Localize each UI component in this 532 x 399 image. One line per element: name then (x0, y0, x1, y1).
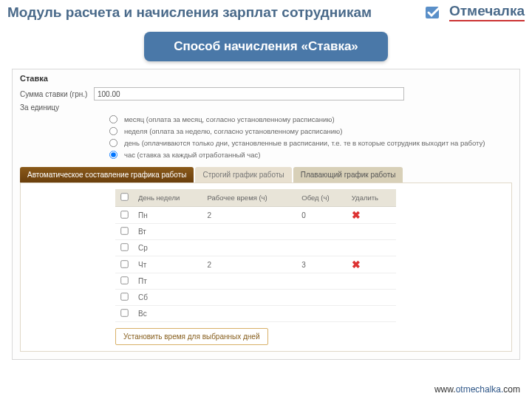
table-row: Чт23✖ (115, 256, 396, 273)
period-option-month[interactable]: месяц (оплата за месяц, согласно установ… (109, 115, 512, 124)
cell-work (203, 240, 298, 256)
table-row: Ср (115, 240, 396, 256)
check-all[interactable] (120, 193, 128, 200)
radio-month[interactable] (109, 115, 117, 123)
row-check[interactable] (120, 211, 128, 218)
table-row: Пт (115, 273, 396, 290)
cell-del: ✖ (347, 207, 396, 224)
period-option-hour[interactable]: час (ставка за каждый отработанный час) (109, 150, 512, 160)
tab-auto[interactable]: Автоматическое составление графика работ… (20, 167, 194, 183)
cell-day: Пн (134, 207, 203, 224)
period-label: За единицу (20, 103, 94, 112)
radio-week[interactable] (109, 127, 117, 135)
footer-prefix: www. (434, 384, 456, 395)
cell-del (347, 240, 396, 256)
row-check[interactable] (120, 276, 128, 284)
cell-lunch (297, 273, 347, 290)
subtitle-container: Способ начисления «Ставка» (0, 32, 532, 61)
period-text-hour: час (ставка за каждый отработанный час) (124, 151, 260, 159)
th-lunch: Обед (ч) (297, 189, 347, 207)
delete-icon[interactable]: ✖ (352, 209, 361, 221)
period-text-day: день (оплачиваются только дни, установле… (124, 139, 485, 147)
cell-lunch (297, 306, 347, 322)
cell-work (203, 224, 298, 240)
amount-row: Сумма ставки (грн.) (20, 87, 512, 100)
rate-panel: Ставка Сумма ставки (грн.) За единицу ме… (12, 69, 520, 360)
cell-lunch: 3 (297, 256, 347, 273)
schedule-table: День недели Рабочее время (ч) Обед (ч) У… (115, 189, 396, 322)
row-check[interactable] (120, 309, 128, 316)
cell-day: Сб (134, 290, 203, 306)
row-check[interactable] (120, 227, 128, 234)
row-check[interactable] (120, 243, 128, 250)
period-option-week[interactable]: неделя (оплата за неделю, согласно устан… (109, 126, 512, 136)
brand-name: Отмечалка (449, 3, 525, 21)
row-check[interactable] (120, 293, 128, 300)
th-del: Удалить (347, 189, 396, 207)
table-row: Вс (115, 306, 396, 322)
period-row: За единицу (20, 103, 512, 112)
table-row: Пн20✖ (115, 207, 396, 224)
amount-label: Сумма ставки (грн.) (20, 90, 94, 98)
tab-bar: Автоматическое составление графика работ… (20, 167, 512, 183)
period-option-day[interactable]: день (оплачиваются только дни, установле… (109, 138, 512, 148)
footer-url: www.otmechalka.com (434, 384, 520, 395)
cell-del (347, 273, 396, 290)
th-check (115, 189, 134, 207)
footer-suffix: com (503, 384, 520, 395)
cell-del (347, 224, 396, 240)
cell-work: 2 (203, 256, 298, 273)
cell-work: 2 (203, 207, 298, 224)
period-text-week: неделя (оплата за неделю, согласно устан… (124, 127, 342, 135)
th-work: Рабочее время (ч) (203, 189, 298, 207)
amount-input[interactable] (94, 87, 404, 100)
cell-lunch (297, 240, 347, 256)
radio-day[interactable] (109, 139, 117, 147)
table-row: Вт (115, 224, 396, 240)
footer-domain: otmechalka. (456, 384, 504, 395)
table-row: Сб (115, 290, 396, 306)
cell-lunch (297, 224, 347, 240)
cell-day: Ср (134, 240, 203, 256)
radio-hour[interactable] (109, 151, 117, 159)
cell-day: Вс (134, 306, 203, 322)
cell-day: Вт (134, 224, 203, 240)
set-time-button[interactable]: Установить время для выбранных дней (115, 328, 268, 345)
th-day: День недели (134, 189, 203, 207)
cell-del (347, 290, 396, 306)
cell-del (347, 306, 396, 322)
table-header-row: День недели Рабочее время (ч) Обед (ч) У… (115, 189, 396, 207)
panel-title: Ставка (20, 74, 512, 83)
cell-work (203, 306, 298, 322)
tab-strict[interactable]: Строгий график работы (195, 167, 291, 183)
cell-lunch: 0 (297, 207, 347, 224)
page-title: Модуль расчета и начисления зарплат сотр… (7, 4, 420, 21)
tab-float[interactable]: Плавающий график работы (293, 167, 403, 183)
subtitle: Способ начисления «Ставка» (144, 32, 388, 61)
period-text-month: месяц (оплата за месяц, согласно установ… (124, 115, 335, 123)
logo-check-icon (424, 4, 445, 21)
schedule-panel: День недели Рабочее время (ч) Обед (ч) У… (20, 183, 512, 352)
delete-icon[interactable]: ✖ (352, 259, 361, 270)
header-bar: Модуль расчета и начисления зарплат сотр… (0, 0, 532, 27)
cell-work (203, 273, 298, 290)
cell-day: Чт (134, 256, 203, 273)
cell-del: ✖ (347, 256, 396, 273)
cell-lunch (297, 290, 347, 306)
cell-day: Пт (134, 273, 203, 290)
cell-work (203, 290, 298, 306)
row-check[interactable] (120, 260, 128, 267)
